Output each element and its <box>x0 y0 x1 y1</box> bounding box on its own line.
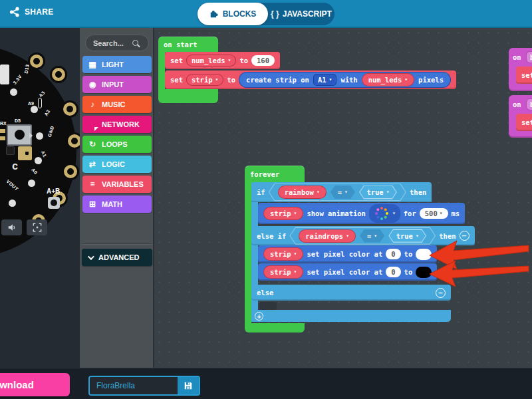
mute-button[interactable] <box>1 219 22 235</box>
forever-block[interactable]: forever <box>245 166 305 184</box>
board-pad <box>50 66 67 83</box>
ab-button[interactable] <box>48 197 60 209</box>
set-variable-block[interactable]: set <box>516 66 532 84</box>
operator-dropdown[interactable]: = ▾ <box>331 186 355 199</box>
set-variable-block[interactable]: set <box>516 114 532 131</box>
create-strip-block[interactable]: create strip on A1 ▾ with num_leds ▾ pix… <box>239 72 451 88</box>
toolbox-divider <box>82 243 152 245</box>
sidebar-item-network[interactable]: NETWORK <box>82 116 152 133</box>
index-input[interactable]: 0 <box>386 249 400 259</box>
show-animation-block[interactable]: strip ▾ show animation ▾ for 500 ▾ ms <box>258 203 465 224</box>
number-input[interactable]: 160 <box>251 55 275 66</box>
search-input[interactable] <box>86 39 131 47</box>
sidebar-item-math[interactable]: ⊞ MATH <box>82 196 152 213</box>
d5-label: D5 <box>15 118 21 123</box>
fullscreen-icon <box>33 223 42 232</box>
makecode-editor: SHARE BLOCKS { } JAVASCRIPT 3.3V A3 A2 G… <box>0 0 532 399</box>
category-label: MATH <box>102 200 122 208</box>
download-button[interactable]: Download <box>0 373 70 396</box>
annotation-arrow-black <box>430 261 529 287</box>
sidebar-item-loops[interactable]: ↻ LOOPS <box>82 136 152 153</box>
board-chip <box>6 146 15 155</box>
project-name-box <box>88 376 200 396</box>
duration-dropdown[interactable]: 500 ▾ <box>420 208 448 219</box>
else-if-keyword: else if <box>257 232 286 240</box>
variable-pill[interactable]: num_leds ▾ <box>362 73 414 86</box>
button-dropdown[interactable]: bu <box>526 98 532 110</box>
shuffle-icon: ⇄ <box>88 160 97 169</box>
blocks-workspace[interactable]: on start set num_leds ▾ to 160 set strip… <box>154 28 532 368</box>
variable-pill[interactable]: raindrops ▾ <box>299 229 356 243</box>
variable-dropdown[interactable]: num_leds ▾ <box>186 55 236 66</box>
repeat-icon: ↻ <box>88 140 97 149</box>
collapse-branch-icon[interactable]: − <box>436 288 446 298</box>
braces-icon: { } <box>271 9 279 19</box>
category-label: LOGIC <box>102 160 125 168</box>
a9-label: A9 <box>28 101 34 106</box>
then-keyword: then <box>439 232 456 240</box>
if-block-row[interactable]: if rainbow ▾ = ▾ true ▾ then <box>251 182 432 202</box>
if-block-footer[interactable]: + <box>251 310 451 322</box>
category-label: INPUT <box>102 80 124 88</box>
project-name-input[interactable] <box>90 377 178 394</box>
else-keyword: else <box>257 289 273 297</box>
toolbox-sidebar: ▦ LIGHT ◉ INPUT ♪ MUSIC NETWORK ↻ LOOPS … <box>80 28 154 368</box>
set-pixel-color-block[interactable]: strip ▾ set pixel color at 0 to <box>258 263 437 281</box>
sidebar-item-light[interactable]: ▦ LIGHT <box>82 56 152 73</box>
sidebar-item-logic[interactable]: ⇄ LOGIC <box>82 156 152 173</box>
forever-bottom <box>245 323 305 332</box>
on-start-block[interactable]: on start <box>158 37 218 53</box>
variable-name: num_leds <box>192 57 225 65</box>
chevron-down-icon: ▾ <box>404 77 408 82</box>
slide-switch[interactable] <box>7 124 32 146</box>
headphones-icon: ♪ <box>88 100 97 109</box>
add-branch-icon[interactable]: + <box>255 312 263 321</box>
set-variable-block[interactable]: set num_leds ▾ to 160 <box>165 52 280 69</box>
led-dot <box>31 106 38 113</box>
share-button[interactable]: SHARE <box>9 7 54 17</box>
sidebar-item-advanced[interactable]: ADVANCED <box>82 249 152 266</box>
sidebar-item-music[interactable]: ♪ MUSIC <box>82 96 152 113</box>
tab-blocks[interactable]: BLOCKS <box>198 3 268 25</box>
operator-dropdown[interactable]: = ▾ <box>360 229 384 243</box>
speaker-icon <box>7 223 17 232</box>
screenshot-button[interactable] <box>27 219 47 235</box>
chevron-down-icon: ▾ <box>386 190 390 195</box>
chevron-down-icon: ▾ <box>294 269 297 275</box>
variable-pill[interactable]: strip ▾ <box>263 265 303 279</box>
sidebar-item-variables[interactable]: ≡ VARIABLES <box>82 176 152 193</box>
ear-icon: ɔ <box>12 160 18 172</box>
save-button[interactable] <box>178 377 199 394</box>
animation-dropdown[interactable]: ▾ <box>369 204 400 223</box>
variable-pill[interactable]: rainbow ▾ <box>278 186 327 199</box>
button-dropdown[interactable]: bu <box>526 51 532 63</box>
variable-pill[interactable]: strip ▾ <box>263 207 303 220</box>
boolean-dropdown[interactable]: true ▾ <box>359 186 397 200</box>
on-button-block[interactable]: on bu set <box>509 48 532 91</box>
on-start-label: on start <box>164 41 198 49</box>
category-label: LOOPS <box>102 140 128 148</box>
board-component <box>0 65 9 84</box>
set-pixel-color-block[interactable]: strip ▾ set pixel color at 0 to <box>258 245 437 263</box>
board-pad <box>66 132 80 150</box>
variable-dropdown[interactable]: strip ▾ <box>186 74 223 86</box>
chevron-down-icon: ▾ <box>215 77 219 82</box>
set-variable-block[interactable]: set strip ▾ to create strip on A1 ▾ with… <box>165 70 456 89</box>
sidebar-item-input[interactable]: ◉ INPUT <box>82 76 152 93</box>
color-picker-black[interactable] <box>416 267 432 278</box>
else-row[interactable]: else − <box>251 285 451 301</box>
if-keyword: if <box>257 188 265 196</box>
else-if-row[interactable]: else if raindrops ▾ = ▾ true ▾ then − <box>251 226 475 245</box>
on-start-bottom <box>158 89 218 103</box>
collapse-branch-icon[interactable]: − <box>460 231 469 241</box>
on-button-block[interactable]: on bu set <box>509 95 532 138</box>
tab-javascript[interactable]: { } JAVASCRIPT <box>268 3 334 25</box>
boolean-dropdown[interactable]: true ▾ <box>388 229 426 243</box>
index-input[interactable]: 0 <box>386 267 400 277</box>
color-picker-white[interactable] <box>416 249 432 260</box>
tab-javascript-label: JAVASCRIPT <box>283 9 332 19</box>
variable-pill[interactable]: strip ▾ <box>263 247 303 261</box>
toolbox-search[interactable] <box>85 35 149 51</box>
chevron-down-icon: ▾ <box>329 77 332 82</box>
pin-dropdown[interactable]: A1 ▾ <box>313 74 336 86</box>
